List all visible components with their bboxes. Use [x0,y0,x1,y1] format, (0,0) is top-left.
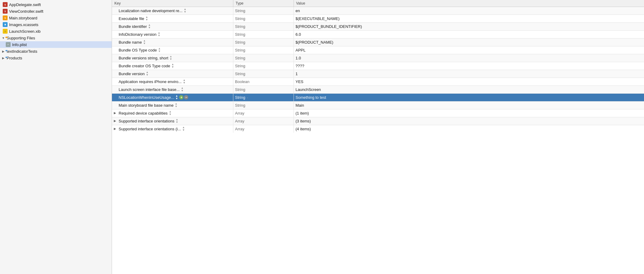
plist-type-cell[interactable]: String [233,70,294,78]
table-row[interactable]: Bundle version▲▼String1 [112,70,644,78]
table-row[interactable]: Bundle OS Type code▲▼StringAPPL [112,46,644,54]
sort-arrows-icon[interactable]: ▲▼ [169,110,172,116]
plist-value-cell[interactable]: (3 items) [294,117,644,125]
type-chevron-icon[interactable]: ⌄ [246,96,249,99]
expand-triangle-icon[interactable]: ▶ [114,119,117,123]
sort-arrows-icon[interactable]: ▲▼ [158,32,160,37]
sort-arrows-icon[interactable]: ▲▼ [181,87,184,92]
plist-type-cell[interactable]: String [233,22,294,30]
plist-type-label: Array [235,127,245,131]
plist-value-cell[interactable]: 1.0 [294,54,644,62]
plist-value-cell[interactable]: 1 [294,70,644,78]
plist-value-label: $(EXECUTABLE_NAME) [296,16,340,21]
plist-type-cell[interactable]: Array [233,109,294,117]
table-row[interactable]: Application requires iPhone enviro...▲▼B… [112,78,644,85]
plist-value-cell[interactable]: Main [294,101,644,109]
plist-type-cell[interactable]: String [233,85,294,93]
sort-arrows-icon[interactable]: ▲▼ [146,71,149,76]
sort-arrows-icon[interactable]: ▲▼ [176,118,178,124]
table-row[interactable]: Localization native development re...▲▼S… [112,7,644,15]
table-row[interactable]: Main storyboard file base name▲▼StringMa… [112,101,644,109]
sidebar-item-launchscreen[interactable]: X LaunchScreen.xib [0,28,112,35]
sort-arrows-icon[interactable]: ▲▼ [182,126,185,132]
plist-value-cell[interactable]: en [294,7,644,15]
plist-type-label: Array [235,119,245,123]
table-row[interactable]: Bundle identifier▲▼String$(PRODUCT_BUNDL… [112,22,644,30]
plist-key-label: Localization native development re... [119,8,182,13]
plist-type-cell[interactable]: String [233,15,294,22]
plist-value-cell[interactable]: $(PRODUCT_NAME) [294,38,644,46]
table-row[interactable]: ▶Required device capabilities▲▼Array(1 i… [112,109,644,117]
sort-arrows-icon[interactable]: ▲▼ [183,79,186,84]
expand-triangle-icon[interactable]: ▶ [114,127,117,131]
plist-value-cell[interactable]: $(PRODUCT_BUNDLE_IDENTIFIER) [294,22,644,30]
table-row[interactable]: Bundle name▲▼String$(PRODUCT_NAME) [112,38,644,46]
plist-value-cell[interactable]: LaunchScreen [294,85,644,93]
col-header-key: Key [112,0,233,7]
plist-key-label: Main storyboard file base name [119,103,173,108]
sidebar-item-supportingfiles[interactable]: ▼ Supporting Files [0,35,112,41]
plist-type-label: String [235,72,245,76]
sidebar-item-appdelegate[interactable]: S AppDelegate.swift [0,1,112,8]
table-row[interactable]: Executable file▲▼String$(EXECUTABLE_NAME… [112,15,644,22]
plist-type-cell[interactable]: Boolean [233,78,294,85]
table-row[interactable]: ▶Supported interface orientations (i...▲… [112,125,644,133]
plist-value-cell[interactable]: ???? [294,62,644,70]
table-row[interactable]: NSLocationWhenInUseUsage...▲▼+−String⌄So… [112,93,644,101]
sidebar-item-viewcontroller[interactable]: S ViewController.swift [0,8,112,15]
table-row[interactable]: Bundle creator OS Type code▲▼String???? [112,62,644,70]
sidebar-item-images[interactable]: ▣ Images.xcassets [0,21,112,28]
plist-key-cell: Bundle versions string, short▲▼ [112,54,233,62]
sort-arrows-icon[interactable]: ▲▼ [175,102,177,108]
expand-triangle-icon[interactable]: ▶ [114,111,117,115]
sidebar-label: LaunchScreen.xib [9,29,41,34]
add-row-button[interactable]: + [179,95,183,99]
sidebar-item-products[interactable]: ▶ Products [0,55,112,61]
table-row[interactable]: InfoDictionary version▲▼String6.0 [112,30,644,38]
plist-value-cell[interactable]: 6.0 [294,30,644,38]
plist-type-cell[interactable]: String [233,62,294,70]
sort-arrows-icon[interactable]: ▲▼ [176,95,178,100]
chevron-down-icon: ▼ [1,36,5,40]
sort-arrows-icon[interactable]: ▲▼ [148,24,151,29]
plist-value-cell[interactable]: (4 items) [294,125,644,133]
plist-key-cell: Bundle creator OS Type code▲▼ [112,62,233,70]
table-row[interactable]: ▶Supported interface orientations▲▼Array… [112,117,644,125]
plist-value-label: en [296,8,300,13]
sort-arrows-icon[interactable]: ▲▼ [171,63,174,68]
chevron-right-icon: ▶ [1,50,5,53]
sort-arrows-icon[interactable]: ▲▼ [169,55,172,61]
sort-arrows-icon[interactable]: ▲▼ [158,47,161,53]
plist-key-cell: Bundle name▲▼ [112,38,233,46]
plist-type-cell[interactable]: String [233,101,294,109]
plist-type-cell[interactable]: String [233,46,294,54]
plist-value-cell[interactable]: Something to test [294,93,644,101]
table-row[interactable]: Bundle versions string, short▲▼String1.0 [112,54,644,62]
plist-value-cell[interactable]: $(EXECUTABLE_NAME) [294,15,644,22]
sort-arrows-icon[interactable]: ▲▼ [143,39,146,45]
sort-arrows-icon[interactable]: ▲▼ [184,8,186,13]
plist-type-cell[interactable]: Array [233,125,294,133]
sidebar-item-mainstoryboard[interactable]: S Main.storyboard [0,15,112,21]
plist-key-label: Required device capabilities [119,111,168,115]
plist-editor: Key Type Value Localization native devel… [112,0,644,274]
plist-type-cell[interactable]: String [233,7,294,15]
plist-type-cell[interactable]: String [233,54,294,62]
plist-type-cell[interactable]: String⌄ [233,93,294,101]
plist-type-cell[interactable]: String [233,30,294,38]
plist-value-cell[interactable]: APPL [294,46,644,54]
sidebar-label: ViewController.swift [9,9,43,14]
plist-value-label: LaunchScreen [296,87,321,92]
plist-key-label: Executable file [119,16,144,21]
plist-value-label: Something to test [296,95,326,100]
plist-type-cell[interactable]: String [233,38,294,46]
sidebar-item-textindicatortests[interactable]: ▶ textIndicatorTests [0,48,112,55]
sort-arrows-icon[interactable]: ▲▼ [146,16,148,21]
sidebar-item-infoplist[interactable]: P Info.plist [0,41,112,48]
plist-value-cell[interactable]: YES [294,78,644,85]
plist-value-cell[interactable]: (1 item) [294,109,644,117]
plist-type-cell[interactable]: Array [233,117,294,125]
sidebar-label: Supporting Files [7,36,35,40]
table-row[interactable]: Launch screen interface file base...▲▼St… [112,85,644,93]
remove-row-button[interactable]: − [184,95,188,99]
